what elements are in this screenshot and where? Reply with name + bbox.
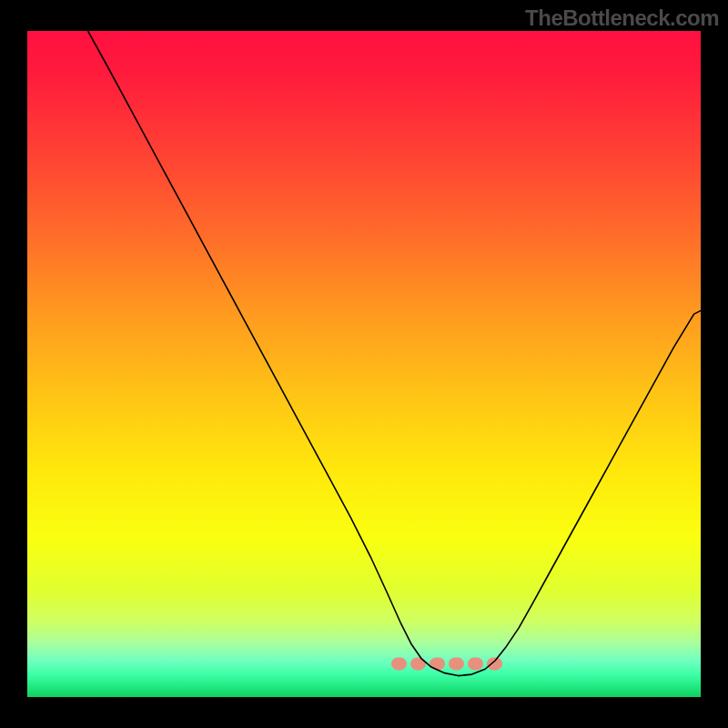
gradient-background [27, 31, 701, 697]
chart-container: TheBottleneck.com [0, 0, 728, 728]
plot-area [27, 31, 701, 697]
chart-svg [27, 31, 701, 697]
watermark-text: TheBottleneck.com [525, 5, 719, 31]
